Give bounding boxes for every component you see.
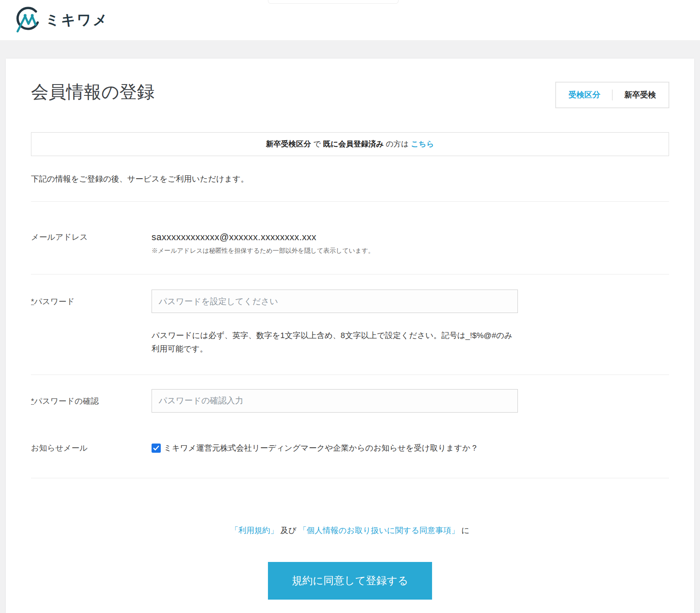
newsletter-checkbox-text: ミキワメ運営元株式会社リーディングマークや企業からのお知らせを受け取りますか？ [164,443,479,454]
site-header: ミキワメ [0,0,700,40]
terms-of-service-link[interactable]: 「利用規約」 [231,526,278,535]
password-confirm-content [152,389,518,413]
exam-category-value: 新卒受検 [624,90,656,100]
top-notch-decoration [268,0,399,4]
agreement-line: 「利用規約」 及び 「個人情報のお取り扱いに関する同意事項」 に [31,525,669,536]
exam-category-label: 受検区分 [569,90,600,100]
notice-bold-category: 新卒受検区分 [266,140,311,148]
email-label: メールアドレス [31,232,152,255]
newsletter-checkbox[interactable] [152,444,161,453]
agree-and-register-button[interactable]: 規約に同意して登録する [268,562,432,600]
notice-bold-registered: 既に会員登録済み [323,140,384,148]
password-rules-hint: パスワードには必ず、英字、数字を1文字以上含め、8文字以上で設定ください。記号は… [152,329,520,356]
password-input[interactable] [152,290,518,313]
email-content: saxxxxxxxxxxxx@xxxxxx.xxxxxxxx.xxx ※メールア… [152,232,374,255]
password-content: パスワードには必ず、英字、数字を1文字以上含め、8文字以上で設定ください。記号は… [152,290,520,356]
registration-card: 会員情報の登録 受検区分 新卒受検 新卒受検区分 で 既に会員登録済み の方は … [6,59,694,613]
mikiwame-logo-icon [14,5,40,35]
newsletter-row: お知らせメール ミキワメ運営元株式会社リーディングマークや企業からのお知らせを受… [31,443,669,478]
password-label-text: パスワード [34,297,75,306]
exam-category-badge: 受検区分 新卒受検 [556,82,669,108]
checkmark-icon [153,446,159,451]
brand-logo[interactable]: ミキワメ [14,5,108,35]
newsletter-checkbox-line: ミキワメ運営元株式会社リーディングマークや企業からのお知らせを受け取りますか？ [152,443,479,454]
notice-text-2: の方は [384,140,411,148]
password-confirm-row: *パスワードの確認 [31,374,669,413]
password-row: *パスワード パスワードには必ず、英字、数字を1文字以上含め、8文字以上で設定く… [31,274,669,374]
notice-text: で [311,140,323,148]
agreement-text: 及び [278,526,299,535]
email-value: saxxxxxxxxxxxx@xxxxxx.xxxxxxxx.xxx [152,232,374,243]
already-registered-link[interactable]: こちら [411,140,434,148]
password-confirm-input[interactable] [152,389,518,413]
newsletter-label: お知らせメール [31,443,152,454]
password-confirm-label-text: パスワードの確認 [34,397,98,405]
registration-form: メールアドレス saxxxxxxxxxxxx@xxxxxx.xxxxxxxx.x… [31,201,669,478]
privacy-consent-link[interactable]: 「個人情報のお取り扱いに関する同意事項」 [299,526,459,535]
badge-divider [612,90,612,100]
email-row: メールアドレス saxxxxxxxxxxxx@xxxxxx.xxxxxxxx.x… [31,201,669,274]
agreement-text-tail: に [459,526,470,535]
registration-description: 下記の情報をご登録の後、サービスをご利用いただけます。 [31,174,669,185]
password-label: *パスワード [31,290,152,356]
email-masking-note: ※メールアドレスは秘匿性を担保するため一部以外を隠して表示しています。 [152,247,374,255]
already-registered-notice: 新卒受検区分 で 既に会員登録済み の方は こちら [31,132,669,156]
password-confirm-label: *パスワードの確認 [31,389,152,413]
brand-name: ミキワメ [45,10,108,30]
